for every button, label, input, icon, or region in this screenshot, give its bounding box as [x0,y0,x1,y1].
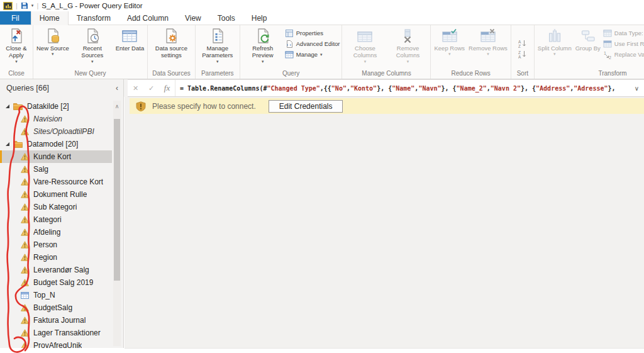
close-and-apply-button[interactable]: Close & Apply ▾ [2,26,31,64]
formula-commit-icon[interactable]: ✓ [143,84,159,92]
tree-query-row[interactable]: Kunde Kort [0,150,112,163]
replace-values-icon: 1 2 [603,50,612,59]
power-bi-app-icon[interactable] [3,2,13,10]
tree-query-row[interactable]: Budget Salg 2019 [0,276,112,289]
tab-add-column[interactable]: Add Column [119,11,177,25]
remove-rows-button[interactable]: Remove Rows ▾ [467,26,509,57]
remove-columns-button[interactable]: Remove Columns ▾ [387,26,428,64]
table-icon [21,292,29,299]
manage-parameters-icon [209,28,226,44]
tree-query-row[interactable]: Dokument Rulle [0,188,112,201]
replace-values-button[interactable]: 1 2 Replace Values [603,50,644,59]
group-label-reduce-rows: Reduce Rows [433,70,508,79]
tree-query-row[interactable]: Top_N [0,289,112,301]
tree-query-row[interactable]: BudgetSalg [0,301,112,314]
scrollbar-thumb[interactable] [114,119,120,281]
tree-query-row[interactable]: Afdeling [0,226,112,238]
preview-area: Please specify how to connect. Edit Cred… [125,97,644,349]
tree-query-row[interactable]: Sub Kategori [0,201,112,213]
tree-query-row[interactable]: Leverandør Salg [0,264,112,276]
dropdown-caret-icon: ▾ [320,52,323,57]
tree-folder-row[interactable]: Datamodel [20] [0,138,112,150]
query-label: Afdeling [33,228,60,237]
query-tree: Datakilde [2]NavisionSites/OploadtilPBID… [0,97,123,348]
query-label: Datamodel [20] [27,140,78,148]
formula-string-literal: "Navn" [418,85,441,92]
recent-sources-icon [84,28,101,44]
formula-string-literal: "Changed Type" [267,85,319,92]
expand-arrow-icon[interactable] [5,104,10,109]
tree-query-row[interactable]: Region [0,251,112,264]
formula-string-literal: "Name_2" [457,85,487,92]
queries-pane: Datakilde [2]NavisionSites/OploadtilPBID… [0,97,124,348]
collapse-pane-chevron-icon[interactable]: ‹ [116,84,118,92]
warning-icon [21,342,29,348]
tab-home[interactable]: Home [31,11,69,25]
formula-code: }, [608,85,615,92]
formula-fx-icon: fx [159,83,175,93]
tree-query-row[interactable]: Lager Transaktioner [0,327,112,339]
quick-access-caret-icon[interactable]: ▾ [31,3,34,8]
warning-icon [21,216,29,223]
formula-string-literal: "Name" [392,85,414,92]
dropdown-caret-icon: ▾ [448,52,451,57]
query-label: Region [33,253,57,262]
tab-tools[interactable]: Tools [209,11,243,25]
formula-expand-chevron-icon[interactable]: ∨ [630,85,644,92]
formula-cancel-icon[interactable]: ✕ [128,84,143,92]
tree-folder-row[interactable]: Datakilde [2] [0,100,112,113]
tab-transform[interactable]: Transform [69,11,119,25]
save-icon[interactable] [21,2,28,9]
dropdown-caret-icon: ▾ [364,59,367,64]
warning-icon [21,228,29,236]
folder-icon [13,103,23,110]
group-by-button[interactable]: Group By [574,26,602,52]
properties-button[interactable]: Properties [285,29,340,37]
refresh-preview-button[interactable]: Refresh Preview ▾ [242,26,284,64]
tab-fil[interactable]: Fil [0,11,31,25]
queries-scrollbar[interactable]: ∧ [113,101,121,346]
advanced-editor-button[interactable]: Advanced Editor [285,40,340,48]
tree-query-row[interactable]: Sites/OploadtilPBI [0,125,112,138]
tree-query-row[interactable]: ProvAfregUnik [0,339,112,348]
formula-input[interactable]: = Table.RenameColumns(#"Changed Type",{{… [175,80,630,96]
use-first-row-as-headers-button[interactable]: Use First Row as Headers ▾ [603,40,644,48]
sort-ascending-icon[interactable]: AZ [518,39,527,48]
keep-rows-button[interactable]: Keep Rows ▾ [433,26,466,57]
expand-arrow-icon[interactable] [5,142,10,147]
keep-rows-icon [441,28,458,44]
recent-sources-button[interactable]: Recent Sources ▾ [72,26,113,64]
ribbon-tab-bar: Fil HomeTransformAdd ColumnViewToolsHelp [0,11,644,25]
tree-query-row[interactable]: Vare-Ressource Kort [0,176,112,188]
choose-columns-button[interactable]: Choose Columns ▾ [344,26,386,64]
manage-icon [285,50,294,59]
group-label-parameters: Parameters [197,70,238,79]
close-apply-icon [8,28,25,44]
dropdown-caret-icon: ▾ [553,52,556,57]
query-label: Top_N [33,291,55,300]
svg-text:A: A [518,55,521,59]
data-source-settings-button[interactable]: Data source settings [152,26,191,59]
dropdown-caret-icon: ▾ [216,59,219,64]
choose-columns-icon [357,28,373,44]
query-label: BudgetSalg [33,303,72,312]
manage-button[interactable]: Manage ▾ [285,50,340,59]
tree-query-row[interactable]: Faktura Journal [0,314,112,327]
tree-query-row[interactable]: Navision [0,113,112,125]
split-column-button[interactable]: Split Column ▾ [536,26,573,57]
scrollbar-up-chevron-icon[interactable]: ∧ [113,101,121,112]
tree-query-row[interactable]: Kategori [0,213,112,226]
tree-query-row[interactable]: Person [0,238,112,251]
tab-view[interactable]: View [177,11,209,25]
warning-icon [21,203,29,211]
edit-credentials-button[interactable]: Edit Credentials [269,100,343,113]
new-source-button[interactable]: New Source ▾ [35,26,70,57]
manage-parameters-button[interactable]: Manage Parameters ▾ [197,26,238,64]
tab-help[interactable]: Help [243,11,275,25]
formula-string-literal: "Adresse" [574,85,608,92]
sort-descending-icon[interactable]: ZA [518,50,527,59]
formula-code: }, { [521,85,536,92]
enter-data-button[interactable]: Enter Data [114,26,145,52]
data-type-button[interactable]: Data Type: Any ▾ [603,29,644,37]
tree-query-row[interactable]: Salg [0,163,112,176]
